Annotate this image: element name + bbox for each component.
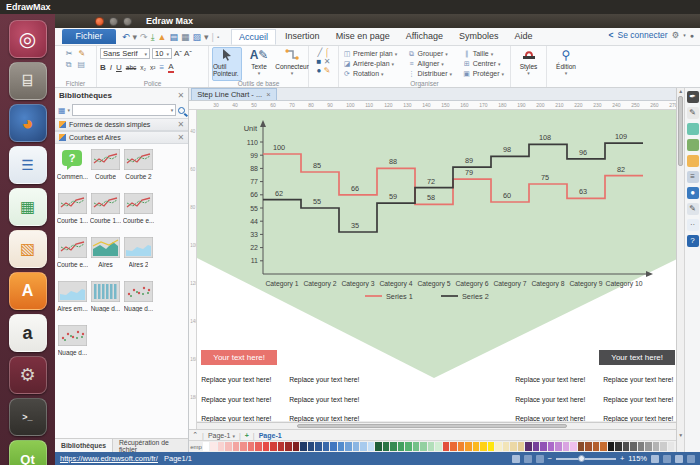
- file-menu-button[interactable]: Fichier: [62, 29, 116, 44]
- organiser-item-rotation[interactable]: ⟳Rotation▾: [343, 69, 402, 78]
- section-close-icon[interactable]: ✕: [177, 133, 184, 142]
- window-maximize-button[interactable]: [123, 17, 132, 26]
- vertical-scrollbar[interactable]: ▲ ▼: [676, 88, 684, 452]
- pointer-tool-button[interactable]: Outil Pointeur.: [212, 47, 242, 81]
- save-icon[interactable]: ▤: [170, 31, 179, 43]
- filter-view-icon[interactable]: [536, 455, 544, 463]
- text-tool-button[interactable]: A✎ Texte ▾: [244, 47, 274, 81]
- terminal-icon[interactable]: >_: [9, 398, 47, 436]
- color-swatch[interactable]: [660, 442, 667, 451]
- color-swatch[interactable]: [345, 442, 352, 451]
- color-swatch[interactable]: [443, 442, 450, 451]
- ribbon-tab-aide[interactable]: Aide: [508, 29, 540, 45]
- color-swatch[interactable]: [623, 442, 630, 451]
- organiser-item-premier-plan[interactable]: ◫Premier plan▾: [343, 49, 402, 58]
- color-swatch[interactable]: [420, 442, 427, 451]
- library-item[interactable]: Courbe e...: [56, 234, 89, 278]
- print-icon[interactable]: ▦: [181, 31, 190, 43]
- format-painter-icon[interactable]: ✎: [79, 49, 86, 58]
- color-swatch[interactable]: [203, 442, 210, 451]
- export-icon[interactable]: ▲: [158, 31, 167, 43]
- fill-swatch-icon[interactable]: [687, 123, 699, 135]
- color-swatch[interactable]: [645, 442, 652, 451]
- library-item[interactable]: Courbe e...: [122, 190, 155, 234]
- customize-toolbar-icon[interactable]: ▪: [217, 31, 219, 43]
- library-item[interactable]: Courbe 1...: [56, 190, 89, 234]
- ellipse-shape-icon[interactable]: ●: [317, 66, 322, 75]
- color-swatch[interactable]: [233, 442, 240, 451]
- section-close-icon[interactable]: ✕: [177, 120, 184, 129]
- firefox-icon[interactable]: ◕: [9, 104, 47, 142]
- library-item[interactable]: Aires 2: [122, 234, 155, 278]
- note-icon[interactable]: ≡: [687, 171, 699, 183]
- page-selector[interactable]: Page-1 ▾: [208, 432, 235, 439]
- library-search-input[interactable]: ▾: [72, 104, 176, 116]
- color-swatch[interactable]: [315, 442, 322, 451]
- library-close-icon[interactable]: ✕: [177, 91, 184, 100]
- writer-icon[interactable]: ☰: [9, 146, 47, 184]
- color-swatch[interactable]: [390, 442, 397, 451]
- color-swatch[interactable]: [540, 442, 547, 451]
- format-paint-icon[interactable]: ✒: [687, 91, 699, 103]
- color-swatch[interactable]: [510, 442, 517, 451]
- color-swatch[interactable]: [248, 442, 255, 451]
- organiser-item-aligner[interactable]: ≡Aligner▾: [408, 59, 457, 68]
- bold-button[interactable]: B: [100, 63, 106, 72]
- strikethrough-button[interactable]: abc: [126, 63, 136, 72]
- qt-icon[interactable]: Qt: [9, 440, 47, 465]
- zoom-slider[interactable]: [556, 458, 616, 460]
- amazon-icon[interactable]: a: [9, 314, 47, 352]
- page-tab-page1[interactable]: Page-1: [259, 432, 282, 439]
- color-swatch[interactable]: [570, 442, 577, 451]
- organiser-item-grouper[interactable]: ⧉Grouper▾: [408, 49, 457, 58]
- software-center-icon[interactable]: A: [9, 272, 47, 310]
- scroll-up-icon[interactable]: ▲: [678, 88, 683, 94]
- color-swatch[interactable]: [285, 442, 292, 451]
- color-swatch[interactable]: [465, 442, 472, 451]
- color-swatch[interactable]: [383, 442, 390, 451]
- replace-text-placeholder[interactable]: Replace your text here!: [289, 396, 359, 403]
- comment-icon[interactable]: ··: [687, 219, 699, 231]
- replace-text-placeholder[interactable]: Replace your text here!: [603, 415, 673, 422]
- presentation-icon[interactable]: [687, 455, 695, 463]
- color-swatch[interactable]: [278, 442, 285, 451]
- color-swatch[interactable]: [473, 442, 480, 451]
- document-tab[interactable]: Step Line Chart - ... ×: [191, 88, 276, 100]
- color-swatch[interactable]: [638, 442, 645, 451]
- replace-text-placeholder[interactable]: Replace your text here!: [201, 376, 271, 383]
- calc-icon[interactable]: ▦: [9, 188, 47, 226]
- underline-button[interactable]: U: [116, 63, 122, 72]
- window-minimize-button[interactable]: [109, 17, 118, 26]
- rectangle-shape-icon[interactable]: ■: [317, 57, 322, 66]
- color-swatch[interactable]: [608, 442, 615, 451]
- text-badge-left[interactable]: Your text here!: [201, 350, 277, 365]
- library-item[interactable]: Nuage d...: [122, 278, 155, 322]
- fullscreen-icon[interactable]: [663, 455, 671, 463]
- settings-caret-icon[interactable]: ▾: [683, 32, 686, 38]
- font-family-select[interactable]: Sans Serif▾: [100, 48, 150, 59]
- ubuntu-dash-icon[interactable]: ◎: [9, 20, 47, 58]
- color-swatch[interactable]: [495, 442, 502, 451]
- color-swatch[interactable]: [338, 442, 345, 451]
- paste-icon[interactable]: ▤: [78, 60, 86, 69]
- horizontal-scrollbar[interactable]: [197, 422, 676, 429]
- add-page-button[interactable]: +: [245, 432, 249, 439]
- ribbon-tab-mise-en-page[interactable]: Mise en page: [329, 29, 397, 45]
- color-swatch[interactable]: [210, 442, 217, 451]
- increase-font-icon[interactable]: Aˆ: [174, 49, 182, 58]
- document-page[interactable]: Unit110998877665544332211Category 1Categ…: [197, 110, 676, 421]
- color-swatch[interactable]: [615, 442, 622, 451]
- library-footer-tab-bibliotheques[interactable]: Bibliothèques: [55, 439, 113, 452]
- settings-icon[interactable]: ⚙: [9, 356, 47, 394]
- scroll-down-icon[interactable]: ▼: [678, 432, 683, 438]
- color-swatch[interactable]: [450, 442, 457, 451]
- color-swatch[interactable]: [435, 442, 442, 451]
- grid-view-icon[interactable]: [512, 455, 520, 463]
- color-swatch[interactable]: [323, 442, 330, 451]
- fit-page-icon[interactable]: [651, 455, 659, 463]
- library-section-formes[interactable]: Formes de dessin simples ✕: [55, 118, 188, 131]
- color-swatch[interactable]: [548, 442, 555, 451]
- ribbon-tab-insertion[interactable]: Insertion: [278, 29, 327, 45]
- ribbon-tab-affichage[interactable]: Affichage: [399, 29, 450, 45]
- zoom-in-button[interactable]: +: [620, 454, 624, 463]
